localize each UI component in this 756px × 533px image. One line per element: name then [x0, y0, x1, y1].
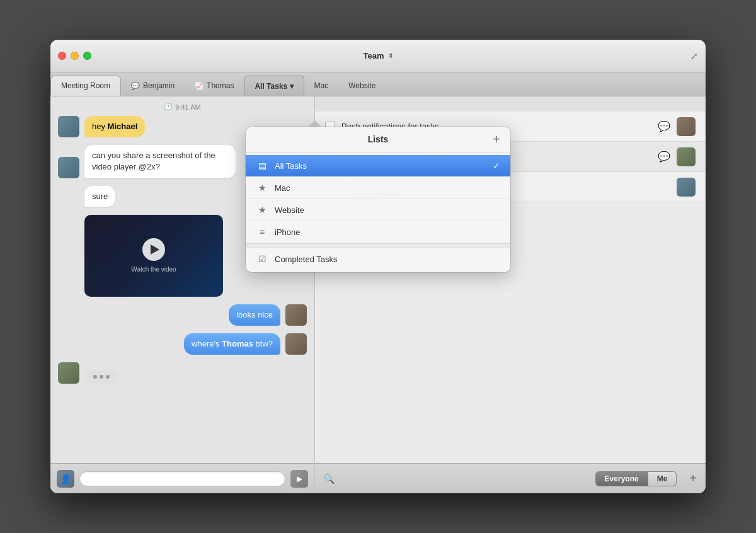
title-label: Team [364, 51, 384, 60]
time-label: 9:41 AM [175, 103, 200, 111]
message-bubble: sure [84, 186, 115, 207]
list-item-website[interactable]: ★ Website [246, 199, 510, 221]
list-item-all-tasks[interactable]: ▤ All Tasks ✓ [246, 155, 510, 177]
search-icon: 🔍 [324, 474, 335, 484]
avatar [285, 304, 307, 326]
list-item-completed-tasks[interactable]: ☑ Completed Tasks [246, 248, 510, 270]
typing-indicator [84, 370, 118, 384]
tab-website[interactable]: Website [338, 76, 386, 96]
dropdown-title: Lists [368, 134, 389, 144]
dropdown-panel: Lists + ▤ All Tasks ✓ ★ Mac [246, 127, 510, 272]
typing-dot [100, 375, 103, 379]
avatar-image [58, 157, 79, 178]
message-bubble: can you share a screenshot of the video … [84, 145, 236, 178]
avatar [285, 333, 307, 355]
filter-group: Everyone Me [595, 471, 677, 486]
list-item-label: All Tasks [275, 161, 486, 171]
chat-timestamp: 🕐 9:41 AM [50, 96, 314, 116]
checkbox-icon: ☑ [256, 254, 268, 264]
send-button[interactable]: ▶ [290, 470, 308, 488]
avatar-image [677, 117, 696, 136]
avatar-image [677, 178, 696, 197]
avatar [58, 362, 79, 384]
chat-input-bar: 👤 ▶ [50, 463, 314, 493]
tab-meeting-room[interactable]: Meeting Room [50, 76, 121, 96]
play-icon [151, 244, 159, 255]
list-item-mac[interactable]: ★ Mac [246, 177, 510, 199]
avatar [58, 116, 79, 137]
video-label: Watch the video [131, 266, 176, 273]
list-item-label: Website [275, 205, 500, 215]
lists-dropdown: Lists + ▤ All Tasks ✓ ★ Mac [246, 120, 510, 272]
tasks-bottom-bar: 🔍 Everyone Me + [315, 463, 706, 493]
avatar [58, 157, 79, 178]
traffic-lights [58, 52, 91, 60]
avatar-image [285, 304, 307, 326]
tab-benjamin[interactable]: 💬 Benjamin [121, 76, 185, 96]
list-item-label: iPhone [275, 227, 500, 237]
tab-all-tasks-label: All Tasks ▾ [255, 82, 293, 91]
star-icon: ★ [256, 183, 268, 193]
filter-everyone-button[interactable]: Everyone [595, 471, 648, 486]
app-window: Team ⇕ ⤢ Meeting Room 💬 Benjamin 📈 Thoma… [50, 40, 706, 493]
tab-thomas[interactable]: 📈 Thomas [185, 76, 244, 96]
list-item: where's Thomas btw? [58, 333, 307, 355]
minimize-button[interactable] [71, 52, 79, 60]
list-item-label: Completed Tasks [275, 255, 500, 264]
chat-input[interactable] [79, 471, 285, 486]
lines-icon: ≡ [256, 227, 268, 237]
avatar [677, 117, 696, 136]
window-title: Team ⇕ [364, 51, 393, 60]
tab-mac-label: Mac [314, 81, 329, 90]
avatar [677, 178, 696, 197]
dropdown-separator [246, 243, 510, 248]
play-button[interactable] [142, 238, 165, 261]
checkmark-icon: ✓ [493, 161, 500, 171]
tab-all-tasks[interactable]: All Tasks ▾ [244, 76, 304, 96]
list-item-label: Mac [275, 183, 500, 193]
tab-benjamin-label: Benjamin [143, 81, 175, 90]
filter-me-button[interactable]: Me [648, 471, 677, 486]
task-spacer [315, 96, 706, 112]
list-item [58, 362, 307, 384]
list-icon: ▤ [256, 161, 268, 171]
typing-dot [93, 375, 97, 379]
tab-bar: Meeting Room 💬 Benjamin 📈 Thomas All Tas… [50, 72, 706, 96]
tab-meeting-room-label: Meeting Room [61, 81, 110, 90]
star-icon: ★ [256, 205, 268, 215]
video-thumbnail[interactable]: Watch the video [84, 215, 223, 297]
main-content: 🕐 9:41 AM hey Michael [50, 96, 706, 493]
tab-thomas-label: Thomas [207, 81, 234, 90]
avatar-image [285, 333, 307, 355]
typing-dot [106, 375, 110, 379]
avatar-image [58, 362, 79, 384]
avatar-image [58, 116, 79, 137]
tab-mac[interactable]: Mac [304, 76, 339, 96]
dropdown-header: Lists + [246, 127, 510, 152]
avatar-image [677, 147, 696, 166]
add-list-button[interactable]: + [493, 132, 500, 147]
title-arrow-icon: ⇕ [388, 52, 393, 59]
close-button[interactable] [58, 52, 66, 60]
maximize-button[interactable] [83, 52, 91, 60]
add-task-button[interactable]: + [689, 471, 697, 486]
comment-icon[interactable]: 💬 [658, 151, 670, 163]
title-bar: Team ⇕ ⤢ [50, 40, 706, 72]
trend-icon: 📈 [195, 82, 203, 90]
dropdown-arrow [309, 120, 321, 127]
message-bubble: looks nice [229, 304, 280, 326]
message-bubble: hey Michael [84, 116, 145, 137]
list-item-iphone[interactable]: ≡ iPhone [246, 221, 510, 243]
message-bubble: where's Thomas btw? [184, 333, 280, 355]
expand-button[interactable]: ⤢ [690, 51, 698, 61]
list-item: looks nice [58, 304, 307, 326]
user-selector-button[interactable]: 👤 [57, 470, 74, 488]
comment-icon[interactable]: 💬 [658, 120, 670, 132]
chat-icon: 💬 [131, 82, 140, 90]
avatar [677, 147, 696, 166]
dropdown-items: ▤ All Tasks ✓ ★ Mac ★ Website [246, 152, 510, 272]
tab-website-label: Website [348, 81, 375, 90]
